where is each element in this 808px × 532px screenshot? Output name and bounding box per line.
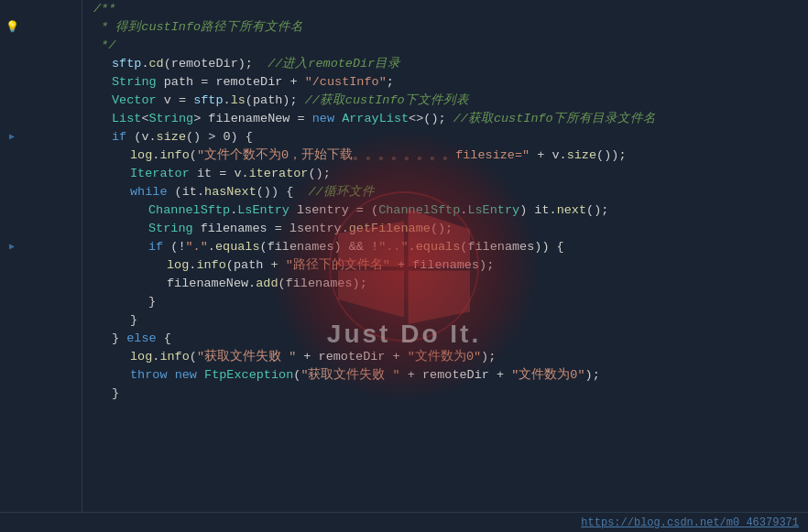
arrow-icon[interactable]: ▶ bbox=[4, 238, 20, 256]
code-line-7: if (v.size() > 0) { bbox=[93, 128, 808, 147]
line-number-3 bbox=[49, 55, 74, 73]
gutter-icon-empty bbox=[4, 256, 20, 275]
code-line-20: throw new FtpException("获取文件失败 " + remot… bbox=[93, 366, 808, 385]
gutter-icon-empty bbox=[4, 330, 20, 348]
code-line-6: List<String> filenameNew = new ArrayList… bbox=[93, 110, 808, 128]
gutter-icon-empty bbox=[4, 165, 20, 183]
gutter-icon-empty bbox=[4, 385, 20, 403]
code-line-13: if (!".".equals(filenames) && !"..".equa… bbox=[93, 238, 808, 256]
code-area: 💡▶▶ /** * 得到custInfo路径下所有文件名 */sftp.cd(r… bbox=[0, 0, 808, 512]
line-number-6 bbox=[49, 110, 74, 128]
line-number-9 bbox=[49, 165, 74, 183]
code-line-1: * 得到custInfo路径下所有文件名 bbox=[93, 18, 808, 37]
code-line-5: Vector v = sftp.ls(path); //获取custInfo下文… bbox=[93, 92, 808, 110]
code-editor: 💡▶▶ /** * 得到custInfo路径下所有文件名 */sftp.cd(r… bbox=[0, 0, 808, 532]
arrow-icon[interactable]: ▶ bbox=[4, 128, 20, 147]
status-url: https://blog.csdn.net/m0_46379371 bbox=[581, 516, 799, 529]
code-line-2: */ bbox=[93, 37, 808, 55]
line-gutter: 💡▶▶ bbox=[0, 0, 82, 512]
line-number-15 bbox=[49, 275, 74, 293]
gutter-icon-empty bbox=[4, 311, 20, 330]
gutter-icon-empty bbox=[4, 366, 20, 385]
code-line-16: } bbox=[93, 293, 808, 311]
line-number-14 bbox=[49, 256, 74, 275]
gutter-icon-empty bbox=[4, 348, 20, 366]
line-number-17 bbox=[49, 311, 74, 330]
line-number-19 bbox=[49, 348, 74, 366]
gutter-icon-empty bbox=[4, 220, 20, 238]
gutter-icon-empty bbox=[4, 110, 20, 128]
gutter-icon-empty bbox=[4, 275, 20, 293]
line-number-1 bbox=[49, 18, 74, 37]
code-line-12: String filenames = lsentry.getFilename()… bbox=[93, 220, 808, 238]
code-line-18: } else { bbox=[93, 330, 808, 348]
code-line-10: while (it.hasNext()) { //循环文件 bbox=[93, 183, 808, 201]
code-line-3: sftp.cd(remoteDir); //进入remoteDir目录 bbox=[93, 55, 808, 73]
gutter-icon-empty bbox=[4, 183, 20, 201]
line-number-16 bbox=[49, 293, 74, 311]
gutter-icon-empty bbox=[4, 147, 20, 165]
code-line-15: filenameNew.add(filenames); bbox=[93, 275, 808, 293]
line-number-18 bbox=[49, 330, 74, 348]
gutter-icon-empty bbox=[4, 92, 20, 110]
code-line-4: String path = remoteDir + "/custInfo"; bbox=[93, 73, 808, 92]
code-line-8: log.info("文件个数不为0，开始下载。。。。。。。。filesize="… bbox=[93, 147, 808, 165]
code-line-19: log.info("获取文件失败 " + remoteDir + "文件数为0"… bbox=[93, 348, 808, 366]
line-number-5 bbox=[49, 92, 74, 110]
gutter-icon-empty bbox=[4, 37, 20, 55]
code-lines: /** * 得到custInfo路径下所有文件名 */sftp.cd(remot… bbox=[82, 0, 808, 512]
line-number-21 bbox=[49, 385, 74, 403]
code-line-9: Iterator it = v.iterator(); bbox=[93, 165, 808, 183]
line-number-20 bbox=[49, 366, 74, 385]
line-number-4 bbox=[49, 73, 74, 92]
code-line-0: /** bbox=[93, 0, 808, 18]
status-bar: https://blog.csdn.net/m0_46379371 bbox=[0, 512, 808, 532]
line-number-11 bbox=[49, 201, 74, 220]
gutter-icon-empty bbox=[4, 293, 20, 311]
gutter-icon-empty bbox=[4, 201, 20, 220]
gutter-icon-empty bbox=[4, 0, 20, 18]
gutter-icon-empty bbox=[4, 55, 20, 73]
code-line-14: log.info(path + "路径下的文件名" + filenames); bbox=[93, 256, 808, 275]
code-line-21: } bbox=[93, 385, 808, 403]
code-line-17: } bbox=[93, 311, 808, 330]
gutter-icon-empty bbox=[4, 73, 20, 92]
code-line-11: ChannelSftp.LsEntry lsentry = (ChannelSf… bbox=[93, 201, 808, 220]
line-number-13 bbox=[49, 238, 74, 256]
line-number-7 bbox=[49, 128, 74, 147]
line-number-8 bbox=[49, 147, 74, 165]
line-number-12 bbox=[49, 220, 74, 238]
bulb-icon[interactable]: 💡 bbox=[4, 18, 20, 37]
line-number-0 bbox=[49, 0, 74, 18]
line-number-2 bbox=[49, 37, 74, 55]
line-number-10 bbox=[49, 183, 74, 201]
